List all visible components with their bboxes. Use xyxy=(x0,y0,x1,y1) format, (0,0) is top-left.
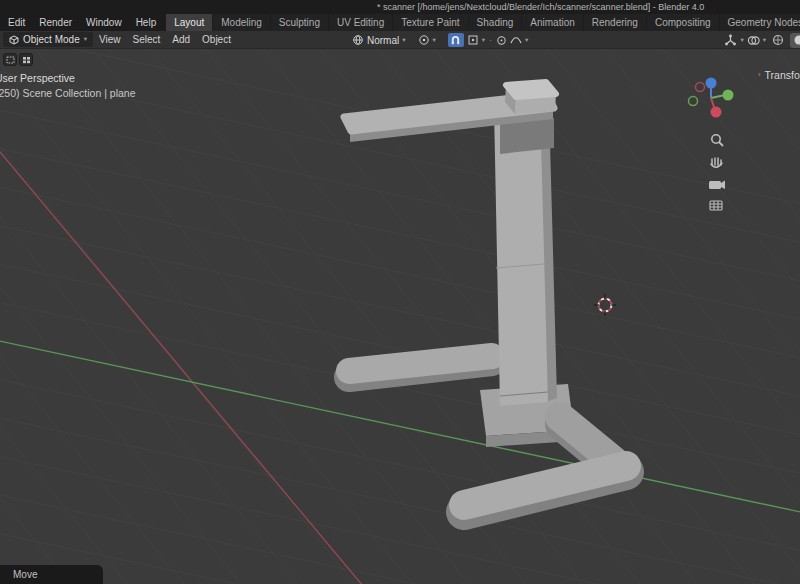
viewport-menu-view[interactable]: View xyxy=(93,31,127,49)
workspace-tab-animation[interactable]: Animation xyxy=(522,14,582,31)
base-front-bar-top xyxy=(464,466,626,505)
viewport-menu-object[interactable]: Object xyxy=(196,31,237,49)
chevron-down-icon: ▾ xyxy=(482,37,485,44)
select-box-tool-button[interactable] xyxy=(3,53,17,66)
head-box-top-face xyxy=(506,82,556,97)
gizmo-y-neg-axis xyxy=(689,97,698,106)
shading-wireframe-button[interactable] xyxy=(769,33,787,48)
show-gizmos-icon[interactable] xyxy=(724,34,737,47)
workspace-tab-sculpting[interactable]: Sculpting xyxy=(271,14,328,31)
transform-orientation-label[interactable]: Normal xyxy=(367,35,399,46)
window-title: * scanner [/home/jens/Nextcloud/Blender/… xyxy=(377,2,704,12)
gizmo-y-axis xyxy=(723,90,734,101)
menu-render[interactable]: Render xyxy=(32,14,79,31)
object-mode-icon xyxy=(9,35,19,45)
viewport-tool-buttons xyxy=(3,53,33,66)
panel-chevron-icon: › xyxy=(758,71,761,79)
shading-solid-button[interactable] xyxy=(790,33,800,48)
chevron-down-icon: ▾ xyxy=(84,36,87,43)
cursor-3d xyxy=(594,294,616,316)
tool-settings-button[interactable] xyxy=(19,53,33,66)
workspace-tab-layout[interactable]: Layout xyxy=(166,14,212,31)
perspective-toggle-icon[interactable] xyxy=(710,201,722,210)
camera-view-icon[interactable] xyxy=(709,181,725,190)
show-overlays-icon[interactable] xyxy=(747,34,760,47)
main-menus: Edit Render Window Help xyxy=(0,14,163,31)
chevron-down-icon: ▾ xyxy=(402,37,405,44)
operator-status-label: Move xyxy=(13,569,37,580)
workspace-tab-geometry-nodes[interactable]: Geometry Nodes xyxy=(720,14,800,31)
view-orientation-gizmo[interactable] xyxy=(689,78,734,118)
gizmo-z-axis xyxy=(706,78,717,89)
window-titlebar: * scanner [/home/jens/Nextcloud/Blender/… xyxy=(0,0,800,14)
mode-selector[interactable]: Object Mode ▾ xyxy=(3,32,93,47)
sidebar-tab-transform[interactable]: › Transform xyxy=(758,69,800,81)
zoom-icon[interactable] xyxy=(712,135,723,146)
menu-edit[interactable]: Edit xyxy=(1,14,32,31)
proportional-falloff-icon[interactable] xyxy=(510,34,522,46)
pivot-point-icon[interactable] xyxy=(418,34,430,46)
chevron-down-icon: ▾ xyxy=(740,37,743,44)
base-left-arm-top xyxy=(349,356,492,371)
operator-status: Move xyxy=(0,565,103,584)
chevron-down-icon: ▾ xyxy=(433,37,436,44)
chevron-down-icon: ▾ xyxy=(763,37,766,44)
separator-dot: · xyxy=(488,35,493,45)
scanner-model xyxy=(344,82,626,512)
workspace-tab-shading[interactable]: Shading xyxy=(469,14,522,31)
menu-help[interactable]: Help xyxy=(129,14,164,31)
viewport-header: Object Mode ▾ View Select Add Object Nor… xyxy=(0,31,800,49)
workspace-tab-uv-editing[interactable]: UV Editing xyxy=(329,14,392,31)
gizmo-x-neg-axis xyxy=(696,83,705,92)
workspace-tab-texture-paint[interactable]: Texture Paint xyxy=(393,14,467,31)
snap-target-icon[interactable] xyxy=(467,34,479,46)
axis-x-line xyxy=(0,140,368,584)
sidebar-tab-label: Transform xyxy=(765,69,800,81)
top-menubar: Edit Render Window Help Layout Modeling … xyxy=(0,14,800,31)
proportional-edit-toggle-icon[interactable] xyxy=(496,35,507,46)
viewport-menu-select[interactable]: Select xyxy=(126,31,166,49)
workspace-tab-compositing[interactable]: Compositing xyxy=(647,14,719,31)
menu-window[interactable]: Window xyxy=(79,14,129,31)
transform-orientation-icon[interactable] xyxy=(352,34,364,46)
chevron-down-icon: ▾ xyxy=(525,37,528,44)
workspace-tabs: Layout Modeling Sculpting UV Editing Tex… xyxy=(166,14,800,31)
workspace-tab-modeling[interactable]: Modeling xyxy=(213,14,270,31)
workspace-tab-rendering[interactable]: Rendering xyxy=(584,14,646,31)
pan-hand-icon[interactable] xyxy=(711,158,722,167)
snap-toggle-button[interactable] xyxy=(448,33,464,47)
gizmo-x-axis xyxy=(711,107,722,118)
scene-collection-label: (250) Scene Collection | plane xyxy=(0,87,135,99)
view-perspective-label: User Perspective xyxy=(0,72,75,84)
viewport-menu-add[interactable]: Add xyxy=(166,31,196,49)
mode-selector-label: Object Mode xyxy=(23,34,80,45)
